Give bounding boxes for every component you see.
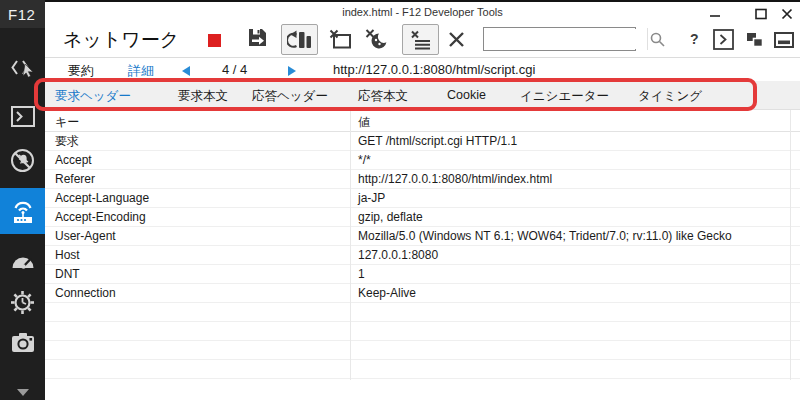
header-key: DNT <box>45 267 350 281</box>
request-counter: 4 / 4 <box>222 62 247 77</box>
tab-request-body[interactable]: 要求本文 <box>178 88 228 105</box>
header-key: Host <box>45 248 350 262</box>
header-key: Referer <box>45 172 350 186</box>
header-value: ja-JP <box>350 191 800 205</box>
tab-response-body[interactable]: 応答本文 <box>358 88 408 105</box>
header-key: Connection <box>45 286 350 300</box>
table-row-empty <box>45 341 800 360</box>
dock-bottom-icon <box>774 32 794 48</box>
minimize-icon <box>709 8 721 20</box>
layered-windows-icon <box>745 31 765 49</box>
header-value: */* <box>350 153 800 167</box>
unpin-button[interactable] <box>745 31 765 49</box>
sidebar-item-emulation[interactable] <box>0 322 45 362</box>
table-row[interactable]: DNT 1 <box>45 265 800 284</box>
sidebar-item-performance[interactable] <box>0 240 45 280</box>
header-value: gzip, deflate <box>350 210 800 224</box>
clear-entries-toggle[interactable] <box>402 24 439 55</box>
header-value: GET /html/script.cgi HTTP/1.1 <box>350 134 800 148</box>
dock-button[interactable] <box>774 32 794 48</box>
table-row[interactable]: Accept */* <box>45 151 800 170</box>
tab-response-headers[interactable]: 応答ヘッダー <box>252 88 328 105</box>
sidebar-item-dom-explorer[interactable] <box>0 48 45 88</box>
console-icon <box>11 106 35 127</box>
header-value: 127.0.0.1:8080 <box>350 248 800 262</box>
request-nav-row: 要約 詳細 4 / 4 http://127.0.0.1:8080/html/s… <box>45 57 800 81</box>
next-request-button[interactable] <box>288 66 296 76</box>
save-icon <box>247 27 268 48</box>
table-row[interactable]: User-Agent Mozilla/5.0 (Windows NT 6.1; … <box>45 227 800 246</box>
refresh-from-server-toggle[interactable] <box>281 24 318 55</box>
chevron-down-icon <box>17 389 29 396</box>
close-button[interactable] <box>778 6 796 21</box>
tab-request-headers[interactable]: 要求ヘッダー <box>55 88 131 105</box>
network-toolbar: ネットワーク <box>45 22 800 57</box>
window-x-icon <box>329 29 351 49</box>
table-row[interactable]: Referer http://127.0.0.1:8080/html/index… <box>45 170 800 189</box>
sidebar-item-debugger[interactable] <box>0 140 45 180</box>
tab-initiator[interactable]: イニシエーター <box>520 88 609 105</box>
maximize-icon <box>755 8 767 20</box>
help-button[interactable]: ? <box>690 31 699 47</box>
search-icon <box>648 30 666 48</box>
title-bar: index.html - F12 Developer Tools <box>45 0 800 22</box>
export-har-button[interactable] <box>247 27 268 48</box>
clear-on-navigate-button[interactable] <box>329 29 351 49</box>
table-row-empty <box>45 303 800 322</box>
list-x-icon <box>409 29 432 50</box>
table-row[interactable]: Host 127.0.0.1:8080 <box>45 246 800 265</box>
minimize-button[interactable] <box>706 6 724 21</box>
header-value: 1 <box>350 267 800 281</box>
search-box <box>483 27 636 51</box>
table-row[interactable]: Connection Keep-Alive <box>45 284 800 303</box>
search-input[interactable] <box>484 29 647 49</box>
gear-clock-icon <box>10 290 35 315</box>
header-key: Accept <box>45 153 350 167</box>
main-area: index.html - F12 Developer Tools ネットワーク <box>45 0 800 400</box>
key-column-header: キー <box>55 114 79 131</box>
table-row[interactable]: Accept-Language ja-JP <box>45 189 800 208</box>
header-value: Mozilla/5.0 (Windows NT 6.1; WOW64; Trid… <box>350 229 800 243</box>
clear-x-icon <box>448 31 465 48</box>
sidebar-item-network[interactable] <box>0 188 45 234</box>
column-divider <box>790 110 791 380</box>
server-refresh-icon <box>287 29 312 51</box>
window-title: index.html - F12 Developer Tools <box>342 6 503 18</box>
search-button[interactable] <box>647 28 666 50</box>
table-row[interactable]: Accept-Encoding gzip, deflate <box>45 208 800 227</box>
tab-cookies[interactable]: Cookie <box>447 88 486 102</box>
maximize-button[interactable] <box>752 6 770 21</box>
prev-request-button[interactable] <box>182 66 190 76</box>
tool-sidebar: F12 <box>0 0 45 400</box>
tab-timing[interactable]: タイミング <box>638 88 702 105</box>
header-value: http://127.0.0.1:8080/html/index.html <box>350 172 800 186</box>
table-row[interactable]: 要求 GET /html/script.cgi HTTP/1.1 <box>45 132 800 151</box>
camera-icon <box>11 332 35 353</box>
summary-view-button[interactable]: 要約 <box>68 62 94 80</box>
table-row-empty <box>45 360 800 379</box>
request-url: http://127.0.0.1:8080/html/script.cgi <box>333 62 535 77</box>
sidebar-more-button[interactable] <box>0 372 45 400</box>
detail-tab-bar: 要求ヘッダー 要求本文 応答ヘッダー 応答本文 Cookie イニシエーター タ… <box>45 81 800 110</box>
network-icon <box>10 199 36 224</box>
headers-table: 要求 GET /html/script.cgi HTTP/1.1 Accept … <box>45 132 800 379</box>
table-header-row: キー 値 <box>45 110 800 132</box>
details-view-button[interactable]: 詳細 <box>128 62 154 80</box>
column-divider <box>350 110 351 380</box>
console-popup-button[interactable] <box>713 29 734 50</box>
debugger-icon <box>10 148 35 173</box>
header-key: User-Agent <box>45 229 350 243</box>
f12-logo: F12 <box>0 0 45 28</box>
sidebar-item-profiler[interactable] <box>0 282 45 322</box>
header-value: Keep-Alive <box>350 286 800 300</box>
header-key: Accept-Language <box>45 191 350 205</box>
console-popup-icon <box>713 29 734 50</box>
clear-session-button[interactable] <box>448 31 465 48</box>
value-column-header: 値 <box>358 114 370 131</box>
close-icon <box>781 8 793 20</box>
sidebar-item-console[interactable] <box>0 96 45 136</box>
clear-cookies-button[interactable] <box>365 28 389 50</box>
panel-title: ネットワーク <box>63 27 179 53</box>
gauge-icon <box>10 250 36 270</box>
stop-capture-button[interactable] <box>208 34 221 47</box>
